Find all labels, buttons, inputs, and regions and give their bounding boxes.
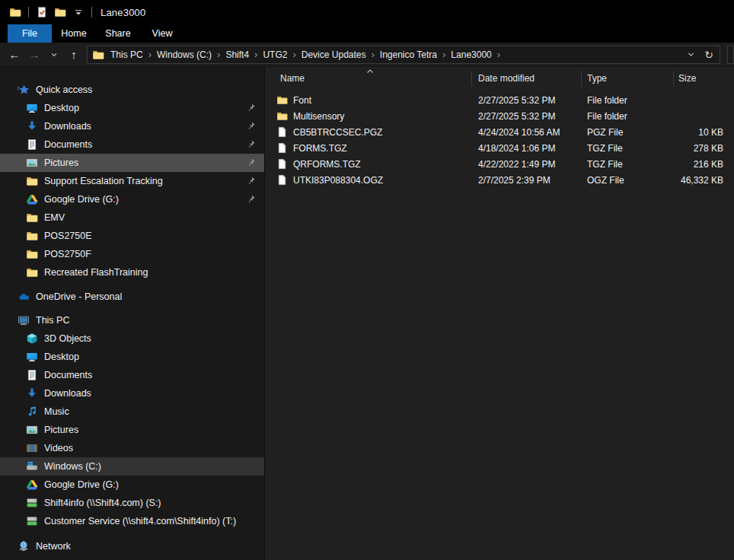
column-header-type[interactable]: Type bbox=[587, 73, 607, 84]
tab-share[interactable]: Share bbox=[96, 24, 140, 43]
breadcrumb-item[interactable]: Ingenico Tetra bbox=[378, 49, 439, 60]
breadcrumb-item[interactable]: Windows (C:) bbox=[155, 49, 213, 60]
file-type: TGZ File bbox=[587, 159, 623, 170]
network-drive-icon bbox=[26, 497, 38, 509]
sidebar-item-network[interactable]: Network bbox=[0, 537, 264, 555]
sidebar-item-this-pc[interactable]: This PC bbox=[0, 311, 264, 329]
pin-icon bbox=[246, 103, 257, 113]
search-box[interactable] bbox=[727, 46, 734, 64]
breadcrumb-separator-icon[interactable]: › bbox=[368, 49, 378, 60]
sidebar-item-shift4info-shift4-com-s[interactable]: Shift4info (\\Shift4.com) (S:) bbox=[0, 494, 264, 512]
column-header-date-modified[interactable]: Date modified bbox=[478, 73, 535, 84]
navigation-pane: Quick accessDesktopDownloadsDocumentsPic… bbox=[0, 67, 265, 560]
breadcrumb-item[interactable]: Lane3000 bbox=[449, 49, 493, 60]
sidebar-item-videos[interactable]: Videos bbox=[0, 439, 264, 457]
sidebar-item-customer-service-shift4-com-shift4info-t[interactable]: Customer Service (\\shift4.com\Shift4inf… bbox=[0, 512, 264, 530]
titlebar-divider bbox=[28, 7, 29, 18]
sidebar-item-pictures[interactable]: Pictures bbox=[0, 154, 264, 172]
sidebar-item-label: 3D Objects bbox=[44, 333, 91, 344]
sidebar-item-downloads[interactable]: Downloads bbox=[0, 384, 264, 402]
new-folder-qat-button[interactable] bbox=[51, 3, 69, 21]
breadcrumb-item[interactable]: Device Updates bbox=[300, 49, 368, 60]
breadcrumb-separator-icon[interactable]: › bbox=[439, 49, 449, 60]
folder-icon bbox=[276, 94, 288, 106]
breadcrumb-separator-icon[interactable]: › bbox=[145, 49, 155, 60]
sidebar-item-support-escalation-tracking[interactable]: Support Escalation Tracking bbox=[0, 172, 264, 190]
sidebar-item-windows-c[interactable]: Windows (C:) bbox=[0, 457, 264, 476]
sidebar-item-label: Quick access bbox=[36, 84, 92, 95]
column-divider[interactable] bbox=[581, 71, 582, 87]
sidebar-item-label: Pictures bbox=[44, 158, 78, 168]
sidebar-item-quick-access[interactable]: Quick access bbox=[0, 81, 264, 99]
sidebar-item-onedrive-personal[interactable]: OneDrive - Personal bbox=[0, 288, 264, 306]
customize-qat-button[interactable] bbox=[69, 3, 88, 21]
sidebar-item-label: OneDrive - Personal bbox=[36, 291, 122, 302]
sidebar-item-desktop[interactable]: Desktop bbox=[0, 99, 264, 117]
sidebar-item-documents[interactable]: Documents bbox=[0, 366, 264, 384]
explorer-window-icon[interactable] bbox=[6, 3, 24, 21]
3d-objects-icon bbox=[26, 332, 38, 345]
column-header-name[interactable]: Name bbox=[280, 73, 305, 84]
column-divider[interactable] bbox=[673, 71, 674, 87]
pin-icon bbox=[246, 176, 257, 186]
desktop-icon bbox=[26, 102, 38, 114]
sidebar-item-google-drive-g[interactable]: Google Drive (G:) bbox=[0, 476, 264, 494]
sidebar-item-pictures[interactable]: Pictures bbox=[0, 421, 264, 439]
breadcrumb-separator-icon[interactable]: › bbox=[289, 49, 299, 60]
file-name: CB5BTRCCSEC.PGZ bbox=[293, 127, 382, 138]
breadcrumb-separator-icon[interactable]: › bbox=[493, 49, 504, 60]
breadcrumb-separator-icon[interactable]: › bbox=[251, 49, 261, 60]
sidebar-item-desktop[interactable]: Desktop bbox=[0, 348, 264, 366]
folder-icon bbox=[26, 175, 38, 187]
column-divider[interactable] bbox=[471, 71, 472, 87]
pin-icon bbox=[246, 139, 257, 150]
file-row[interactable]: Multisensory2/27/2025 5:32 PMFile folder bbox=[265, 108, 734, 124]
breadcrumb-item[interactable]: Shift4 bbox=[224, 49, 251, 60]
downloads-icon bbox=[26, 387, 38, 399]
properties-qat-button[interactable] bbox=[33, 3, 51, 21]
file-row[interactable]: CB5BTRCCSEC.PGZ4/24/2024 10:56 AMPGZ Fil… bbox=[265, 124, 734, 140]
breadcrumb-separator-icon[interactable]: › bbox=[213, 49, 224, 60]
sidebar-item-pos2750e[interactable]: POS2750E bbox=[0, 227, 264, 245]
tab-file[interactable]: File bbox=[8, 24, 52, 43]
sidebar-item-emv[interactable]: EMV bbox=[0, 208, 264, 227]
up-icon[interactable]: ↑ bbox=[64, 45, 84, 65]
sidebar-item-pos2750f[interactable]: POS2750F bbox=[0, 245, 264, 263]
tab-home[interactable]: Home bbox=[52, 24, 96, 43]
forward-icon[interactable]: → bbox=[24, 45, 44, 65]
sidebar-item-recreated-flashtraining[interactable]: Recreated FlashTraining bbox=[0, 263, 264, 282]
breadcrumb-item[interactable]: This PC bbox=[109, 49, 145, 60]
sidebar-item-documents[interactable]: Documents bbox=[0, 135, 264, 154]
file-size: 46,332 KB bbox=[681, 175, 723, 186]
recent-locations-chevron-icon[interactable] bbox=[44, 45, 64, 65]
sidebar-item-label: Downloads bbox=[44, 121, 91, 132]
sidebar-item-downloads[interactable]: Downloads bbox=[0, 117, 264, 135]
address-bar[interactable]: This PC›Windows (C:)›Shift4›UTG2›Device … bbox=[87, 46, 720, 64]
address-history-chevron-icon[interactable] bbox=[681, 46, 700, 63]
column-header-size[interactable]: Size bbox=[678, 73, 696, 84]
file-row[interactable]: QRFORMS.TGZ4/22/2022 1:49 PMTGZ File216 … bbox=[265, 156, 734, 172]
back-icon[interactable]: ← bbox=[5, 45, 24, 65]
sidebar-item-google-drive-g[interactable]: Google Drive (G:) bbox=[0, 190, 264, 208]
google-drive-icon bbox=[26, 479, 38, 491]
refresh-icon[interactable]: ↻ bbox=[700, 46, 718, 63]
breadcrumb: This PC›Windows (C:)›Shift4›UTG2›Device … bbox=[109, 49, 681, 60]
file-row[interactable]: FORMS.TGZ4/18/2024 1:06 PMTGZ File278 KB bbox=[265, 140, 734, 156]
sidebar-item-music[interactable]: Music bbox=[0, 402, 264, 421]
sidebar-item-3d-objects[interactable]: 3D Objects bbox=[0, 329, 264, 348]
pin-icon bbox=[246, 121, 257, 132]
music-icon bbox=[26, 406, 38, 418]
breadcrumb-item[interactable]: UTG2 bbox=[261, 49, 289, 60]
pictures-icon bbox=[26, 424, 38, 436]
pin-icon bbox=[246, 194, 257, 205]
google-drive-icon bbox=[26, 193, 38, 205]
folder-icon bbox=[26, 248, 38, 260]
sidebar-item-label: POS2750F bbox=[44, 249, 91, 259]
file-list: Font2/27/2025 5:32 PMFile folderMultisen… bbox=[265, 92, 734, 188]
documents-icon bbox=[26, 369, 38, 381]
tab-view[interactable]: View bbox=[140, 24, 184, 43]
file-row[interactable]: UTKI83P088304.OGZ2/7/2025 2:39 PMOGZ Fil… bbox=[265, 172, 734, 188]
folder-icon bbox=[26, 230, 38, 242]
file-row[interactable]: Font2/27/2025 5:32 PMFile folder bbox=[265, 92, 734, 108]
file-name: Font bbox=[293, 95, 311, 106]
